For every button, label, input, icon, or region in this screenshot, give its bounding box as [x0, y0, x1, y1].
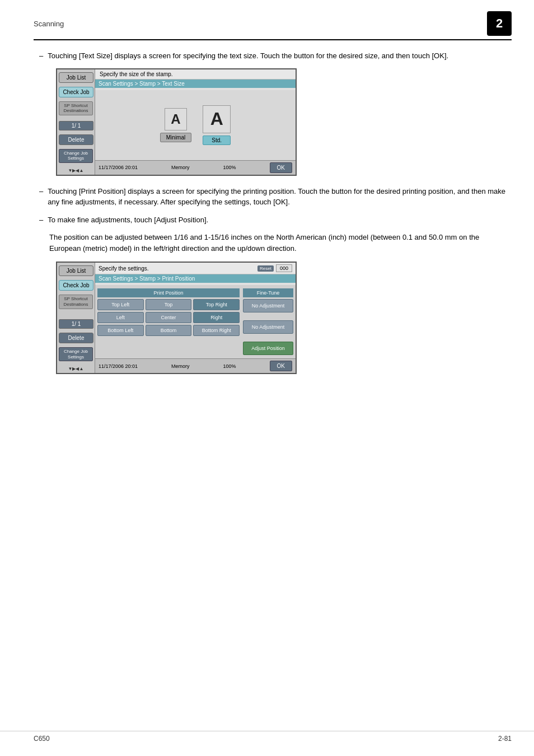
instruction-bar-1: Specify the size of the stamp. [95, 69, 296, 80]
text-size-options: A Minimal A Std. [95, 90, 296, 160]
bottom-left-btn[interactable]: Bottom Left [97, 325, 144, 336]
screen-print-position: Job List Check Job SP ShortcutDestinatio… [56, 262, 297, 374]
reset-label: Reset [257, 265, 274, 272]
ok-btn-1[interactable]: OK [270, 162, 292, 173]
top-left-btn[interactable]: Top Left [97, 299, 144, 310]
ok-btn-2[interactable]: OK [270, 361, 292, 371]
dash-3: – [39, 214, 43, 226]
counter-display-1: 1/ 1 [59, 121, 93, 130]
bullet-text-3: To make fine adjustments, touch [Adjust … [48, 214, 208, 226]
page-title: Scanning [34, 20, 64, 28]
adjust-position-btn[interactable]: Adjust Position [243, 342, 293, 355]
minimal-letter: A [165, 108, 187, 130]
datetime-2: 11/17/2006 20:01 [99, 363, 138, 369]
page-header: Scanning 2 [34, 11, 512, 40]
position-grid: Top Left Top Top Right Left Center Right… [97, 299, 240, 336]
subtext-content: The position can be adjusted between 1/1… [49, 233, 479, 253]
instruction-text-2: Specify the settings. [99, 265, 149, 272]
position-section: Print Position Top Left Top Top Right Le… [97, 288, 240, 355]
footer-right: 2-81 [498, 735, 512, 743]
top-instruction-bar-2: Specify the settings. Reset 000 [95, 263, 296, 274]
sp-shortcut-label-2: SP ShortcutDestinations [59, 295, 93, 309]
minimal-option: A Minimal [160, 108, 191, 142]
minimal-btn[interactable]: Minimal [160, 133, 191, 142]
bullet-text-2: Touching [Print Position] displays a scr… [48, 186, 512, 208]
std-option: A Std. [203, 105, 231, 145]
counter-display-2: 1/ 1 [59, 319, 93, 329]
dash-2: – [39, 186, 43, 208]
center-btn[interactable]: Center [146, 312, 192, 323]
print-position-header: Print Position [97, 288, 240, 297]
job-list-btn-2[interactable]: Job List [59, 265, 93, 276]
datetime-1: 11/17/2006 20:01 [99, 165, 138, 170]
toner-1: 100% [223, 165, 236, 170]
main-panel-1: Specify the size of the stamp. Scan Sett… [95, 69, 296, 175]
right-btn[interactable]: Right [193, 312, 240, 323]
main-panel-2: Specify the settings. Reset 000 Scan Set… [95, 263, 296, 373]
breadcrumb-2: Scan Settings > Stamp > Print Position [95, 274, 296, 283]
screen-text-size: Job List Check Job SP ShortcutDestinatio… [56, 68, 297, 176]
left-btn[interactable]: Left [97, 312, 144, 323]
bullet-item-2: – Touching [Print Position] displays a s… [39, 186, 512, 208]
screen-outer-2: Job List Check Job SP ShortcutDestinatio… [57, 263, 296, 373]
std-letter: A [203, 105, 231, 133]
sidebar-panel-2: Job List Check Job SP ShortcutDestinatio… [57, 263, 95, 373]
bullet-item-1: – Touching [Text Size] displays a screen… [39, 50, 512, 62]
no-adjustment-btn-1[interactable]: No Adjustment [243, 299, 293, 312]
dash-1: – [39, 50, 43, 62]
delete-btn-1[interactable]: Delete [59, 134, 93, 145]
memory-2: Memory [171, 363, 190, 369]
bottom-btn[interactable]: Bottom [146, 325, 192, 336]
bottom-controls-1: ▼▶◀▲ [59, 168, 93, 173]
page-number-badge: 2 [487, 11, 512, 36]
page-footer: C650 2-81 [0, 731, 534, 743]
screen-outer-1: Job List Check Job SP ShortcutDestinatio… [57, 69, 296, 175]
screen-footer-2: 11/17/2006 20:01 Memory 100% OK [95, 358, 296, 373]
breadcrumb-1: Scan Settings > Stamp > Text Size [95, 80, 296, 88]
change-job-settings-1: Change JobSettings [59, 149, 93, 163]
sp-shortcut-label-1: SP ShortcutDestinations [59, 101, 93, 115]
top-btn[interactable]: Top [146, 299, 192, 310]
bullet-text-1: Touching [Text Size] displays a screen f… [48, 50, 448, 62]
bullet-item-3: – To make fine adjustments, touch [Adjus… [39, 214, 512, 226]
counter-value: 000 [276, 264, 292, 272]
fine-tune-header: Fine-Tune [243, 288, 293, 297]
bottom-right-btn[interactable]: Bottom Right [193, 325, 240, 336]
footer-left: C650 [34, 735, 50, 743]
std-btn[interactable]: Std. [203, 136, 231, 145]
check-job-btn-2[interactable]: Check Job [59, 280, 93, 291]
change-job-settings-2: Change JobSettings [59, 347, 93, 361]
check-job-btn-1[interactable]: Check Job [59, 87, 93, 97]
fine-tune-section: Fine-Tune No Adjustment No Adjustment Ad… [243, 288, 293, 355]
job-list-btn-1[interactable]: Job List [59, 72, 93, 83]
bottom-controls-2: ▼▶◀▲ [59, 366, 93, 371]
delete-btn-2[interactable]: Delete [59, 333, 93, 343]
main-content: – Touching [Text Size] displays a screen… [34, 50, 512, 374]
sidebar-panel-1: Job List Check Job SP ShortcutDestinatio… [57, 69, 95, 175]
toner-2: 100% [223, 363, 236, 369]
top-right-btn[interactable]: Top Right [193, 299, 240, 310]
screen-footer-1: 11/17/2006 20:01 Memory 100% OK [95, 160, 296, 175]
no-adjustment-btn-2[interactable]: No Adjustment [243, 320, 293, 334]
memory-1: Memory [171, 165, 190, 170]
reset-counter-area: Reset 000 [257, 264, 292, 272]
subtext: The position can be adjusted between 1/1… [49, 232, 512, 254]
position-grid-wrapper: Print Position Top Left Top Top Right Le… [95, 285, 296, 358]
